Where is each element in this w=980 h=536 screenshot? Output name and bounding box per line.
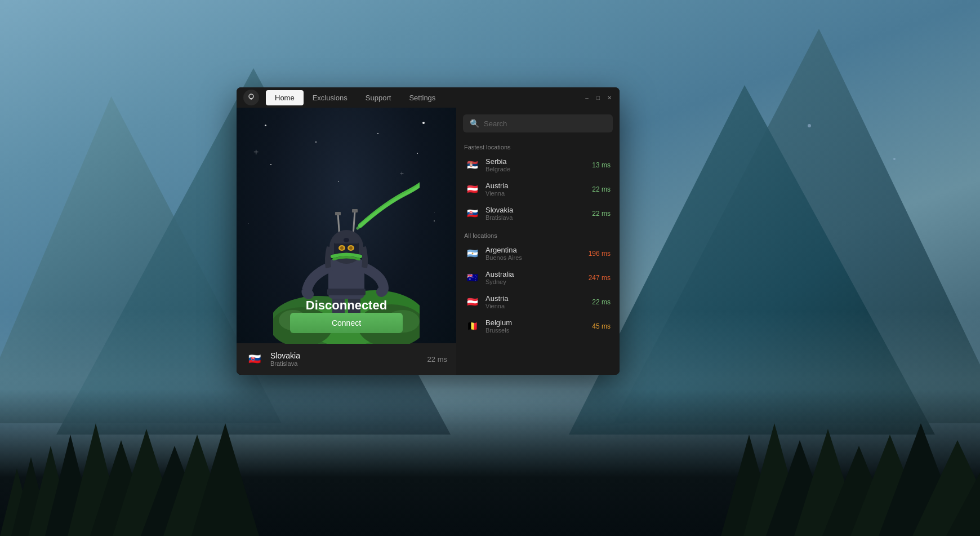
svg-point-42: [349, 246, 353, 250]
tab-exclusions[interactable]: Exclusions: [304, 90, 357, 105]
star: [265, 125, 266, 126]
server-country: Argentina: [485, 246, 583, 254]
trees-svg: [0, 389, 980, 536]
server-info: Austria Vienna: [485, 294, 586, 309]
server-country: Australia: [485, 270, 583, 278]
server-item[interactable]: 🇷🇸 Serbia Belgrade 13 ms: [463, 153, 613, 177]
server-ping: 196 ms: [589, 250, 611, 258]
search-input[interactable]: [484, 119, 606, 128]
server-city: Belgrade: [485, 166, 586, 172]
server-ping: 45 ms: [592, 322, 611, 330]
server-city: Bratislava: [485, 214, 586, 221]
logo-icon: [246, 92, 256, 103]
tab-settings[interactable]: Settings: [400, 90, 444, 105]
server-item[interactable]: 🇦🇹 Austria Vienna 22 ms: [463, 177, 613, 201]
app-window: Home Exclusions Support Settings – □ ✕: [237, 87, 620, 375]
decoration-dot: ·: [434, 209, 435, 215]
tab-support[interactable]: Support: [357, 90, 400, 105]
app-logo: [243, 90, 259, 105]
server-item[interactable]: 🇸🇰 Slovakia Bratislava 22 ms: [463, 201, 613, 225]
maximize-button[interactable]: □: [595, 94, 602, 101]
svg-rect-36: [352, 209, 358, 212]
title-bar-left: Home Exclusions Support Settings: [243, 90, 444, 105]
vpn-status-text: Disconnected: [306, 298, 387, 313]
server-flag: 🇷🇸: [465, 158, 480, 172]
server-flag: 🇦🇹: [465, 295, 480, 309]
star: [377, 133, 378, 134]
current-location-flag: 🇸🇰: [246, 350, 264, 368]
svg-point-44: [344, 238, 349, 242]
star: [434, 220, 435, 222]
window-controls: – □ ✕: [583, 94, 613, 101]
server-country: Serbia: [485, 157, 586, 166]
server-city: Vienna: [485, 303, 586, 309]
location-bar[interactable]: 🇸🇰 Slovakia Bratislava 22 ms: [237, 343, 456, 375]
search-icon: 🔍: [470, 119, 479, 128]
decoration-plus: +: [253, 147, 259, 157]
server-ping: 22 ms: [592, 185, 611, 193]
server-item[interactable]: 🇦🇹 Austria Vienna 22 ms: [463, 290, 613, 314]
search-box: 🔍: [463, 114, 613, 132]
star: [417, 153, 418, 154]
svg-rect-32: [327, 289, 366, 295]
server-flag: 🇦🇹: [465, 182, 480, 197]
server-country: Belgium: [485, 318, 586, 327]
star: [422, 122, 425, 124]
decoration-dot: ·: [248, 220, 250, 227]
star: [270, 164, 271, 165]
server-list-panel: 🔍 Fastest locations 🇷🇸 Serbia Belgrade 1…: [456, 108, 620, 375]
server-flag: 🇸🇰: [465, 206, 480, 221]
server-flag: 🇧🇪: [465, 319, 480, 334]
server-item[interactable]: 🇦🇷 Argentina Buenos Aires 196 ms: [463, 241, 613, 265]
server-ping: 22 ms: [592, 298, 611, 306]
vpn-panel: + + · ·: [237, 108, 456, 375]
current-location-ping: 22 ms: [427, 355, 447, 364]
tab-home[interactable]: Home: [266, 90, 304, 105]
server-info: Slovakia Bratislava: [485, 206, 586, 221]
server-flag: 🇦🇷: [465, 246, 480, 261]
all-section-title: All locations: [463, 232, 613, 239]
server-ping: 247 ms: [589, 274, 611, 282]
star: [315, 141, 317, 143]
fastest-section-title: Fastest locations: [463, 144, 613, 150]
current-location-city: Bratislava: [270, 360, 421, 367]
server-flag: 🇦🇺: [465, 271, 480, 285]
current-location-info: Slovakia Bratislava: [270, 351, 421, 367]
server-country: Austria: [485, 294, 586, 303]
server-info: Belgium Brussels: [485, 318, 586, 334]
decoration-plus: +: [400, 170, 404, 178]
sparkle: [808, 124, 811, 127]
close-button[interactable]: ✕: [606, 94, 613, 101]
svg-point-41: [340, 246, 344, 250]
minimize-button[interactable]: –: [583, 94, 590, 101]
server-city: Buenos Aires: [485, 254, 583, 261]
server-city: Vienna: [485, 190, 586, 197]
server-info: Austria Vienna: [485, 181, 586, 197]
connect-button[interactable]: Connect: [290, 313, 403, 333]
svg-point-19: [249, 94, 253, 99]
current-location-country: Slovakia: [270, 351, 421, 360]
server-ping: 13 ms: [592, 161, 611, 169]
server-country: Slovakia: [485, 206, 586, 214]
server-ping: 22 ms: [592, 210, 611, 218]
server-list: Fastest locations 🇷🇸 Serbia Belgrade 13 …: [463, 139, 613, 368]
nav-tabs: Home Exclusions Support Settings: [266, 90, 444, 105]
server-item[interactable]: 🇧🇪 Belgium Brussels 45 ms: [463, 314, 613, 338]
title-bar: Home Exclusions Support Settings – □ ✕: [237, 87, 620, 108]
server-item[interactable]: 🇦🇺 Australia Sydney 247 ms: [463, 265, 613, 290]
server-info: Argentina Buenos Aires: [485, 246, 583, 261]
server-city: Sydney: [485, 278, 583, 285]
server-info: Australia Sydney: [485, 270, 583, 285]
sparkle: [893, 158, 896, 160]
server-country: Austria: [485, 181, 586, 190]
server-info: Serbia Belgrade: [485, 157, 586, 172]
svg-rect-34: [335, 212, 341, 215]
server-city: Brussels: [485, 327, 586, 334]
main-content: + + · ·: [237, 108, 620, 375]
